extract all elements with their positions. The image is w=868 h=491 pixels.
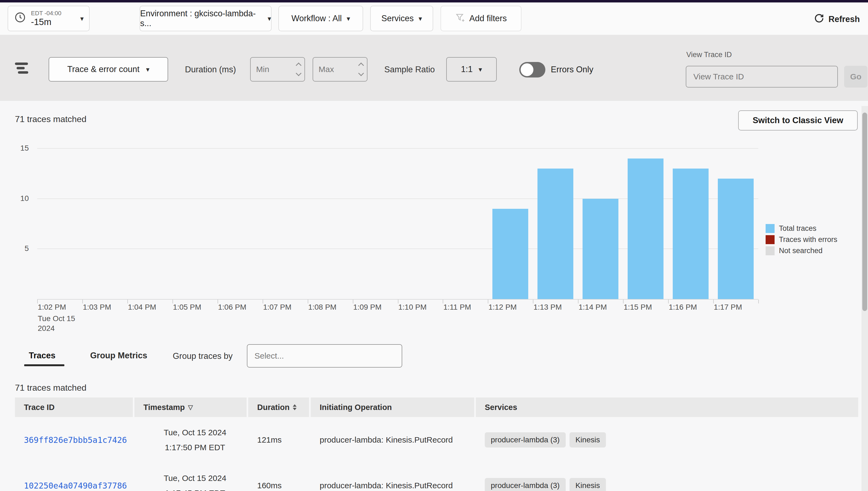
chevron-down-icon: ▾ <box>418 15 422 22</box>
chevron-down-icon: ▾ <box>346 15 350 22</box>
trace-id-link[interactable]: 102250e4a07490af37786 <box>24 481 127 490</box>
table-row: 102250e4a07490af37786 Tue, Oct 15 2024 1… <box>15 463 858 491</box>
sample-ratio-value: 1:1 <box>461 64 472 74</box>
services-cell: producer-lambda (3) Kinesis <box>476 417 858 463</box>
y-gridline <box>37 148 758 149</box>
duration-min-input[interactable] <box>251 58 294 81</box>
scrollbar-thumb[interactable] <box>862 113 867 311</box>
duration-cell: 160ms <box>248 463 309 491</box>
add-filters-button[interactable]: Add filters <box>440 6 522 31</box>
legend-swatch <box>766 235 775 244</box>
x-axis-label: 1:13 PM <box>533 303 562 312</box>
metric-type-label: Trace & error count <box>67 64 140 74</box>
refresh-label: Refresh <box>829 15 860 24</box>
x-axis-tick <box>262 299 263 304</box>
legend-swatch <box>766 246 775 255</box>
legend-label: Total traces <box>779 224 816 233</box>
initiating-operation-cell: producer-lambda: Kinesis.PutRecord <box>311 417 474 463</box>
x-axis-label: 1:10 PM <box>398 303 427 312</box>
x-axis-tick <box>353 299 353 304</box>
environment-filter-label: Environment : gkcisco-lambda-s... <box>140 9 262 28</box>
time-range-picker[interactable]: EDT -04:00 -15m ▾ <box>8 6 90 31</box>
x-axis-tick <box>578 299 579 304</box>
x-axis-tick <box>37 299 38 304</box>
workflow-filter[interactable]: Workflow : All ▾ <box>278 6 363 31</box>
initiating-operation-cell: producer-lambda: Kinesis.PutRecord <box>311 463 474 491</box>
service-badge[interactable]: producer-lambda (3) <box>485 478 566 491</box>
column-header-services[interactable]: Services <box>476 398 858 417</box>
view-trace-id-label: View Trace ID <box>686 51 732 59</box>
x-axis-label: 1:15 PM <box>624 303 652 312</box>
y-gridline <box>37 249 758 249</box>
chart-bar <box>492 209 528 299</box>
metric-type-dropdown[interactable]: Trace & error count ▾ <box>49 57 168 82</box>
column-header-duration[interactable]: Duration <box>248 398 309 417</box>
services-filter[interactable]: Services ▾ <box>370 6 433 31</box>
sample-ratio-dropdown[interactable]: 1:1 ▾ <box>446 57 497 82</box>
x-axis-tick <box>758 299 759 304</box>
stepper-arrows-icon[interactable] <box>359 58 363 81</box>
service-badge[interactable]: Kinesis <box>569 478 606 491</box>
x-axis-tick <box>218 299 218 304</box>
scrollbar[interactable] <box>862 106 868 491</box>
x-axis-label: 1:11 PM <box>443 303 471 312</box>
stepper-arrows-icon[interactable] <box>297 58 301 81</box>
chevron-down-icon: ▾ <box>478 66 482 73</box>
duration-min-stepper[interactable] <box>250 57 305 82</box>
x-axis-tick <box>533 299 533 304</box>
timestamp-cell: Tue, Oct 15 2024 1:17:50 PM EDT <box>134 417 247 463</box>
x-axis-label: 1:03 PM <box>83 303 111 312</box>
switch-to-classic-view-button[interactable]: Switch to Classic View <box>738 110 858 131</box>
table-traces-matched-count: 71 traces matched <box>15 383 86 393</box>
legend-label: Traces with errors <box>779 235 837 244</box>
chevron-down-icon: ▾ <box>268 15 271 22</box>
x-axis-tick <box>173 299 173 304</box>
x-axis-label: 1:07 PM <box>263 303 291 312</box>
top-accent-strip <box>0 0 868 2</box>
duration-max-input[interactable] <box>313 58 356 81</box>
chart-settings-icon[interactable] <box>15 62 31 74</box>
x-axis-tick <box>398 299 398 304</box>
go-button[interactable]: Go <box>844 66 867 88</box>
environment-filter[interactable]: Environment : gkcisco-lambda-s... ▾ <box>140 6 272 31</box>
workflow-filter-label: Workflow : All <box>291 13 342 23</box>
x-axis-label: 1:05 PM <box>173 303 201 312</box>
traces-table: Trace ID Timestamp ▽ Duration Initiating… <box>15 398 858 491</box>
x-axis-tick <box>623 299 624 304</box>
sort-both-icon <box>293 404 297 410</box>
services-filter-label: Services <box>381 13 414 23</box>
chevron-down-icon: ▾ <box>80 15 84 22</box>
chart-controls-bar: Trace & error count ▾ Duration (ms) Samp… <box>0 35 868 101</box>
service-badge[interactable]: producer-lambda (3) <box>485 432 566 447</box>
errors-only-label: Errors Only <box>551 65 593 75</box>
group-traces-by-input[interactable] <box>247 345 402 367</box>
y-gridline <box>37 199 758 199</box>
duration-label: Duration (ms) <box>185 65 236 75</box>
view-trace-id-input[interactable] <box>686 66 838 88</box>
x-axis-tick <box>488 299 488 304</box>
x-axis-label: 1:08 PM <box>308 303 337 312</box>
chart-legend: Total tracesTraces with errorsNot search… <box>766 224 837 255</box>
filter-plus-icon <box>455 12 465 25</box>
duration-cell: 121ms <box>248 417 309 463</box>
trace-id-link[interactable]: 369ff826e7bbb5a1c7426 <box>24 435 127 445</box>
refresh-button[interactable]: Refresh <box>814 12 860 26</box>
column-header-initiating-operation[interactable]: Initiating Operation <box>311 398 474 417</box>
tab-group-metrics[interactable]: Group Metrics <box>90 351 147 360</box>
errors-only-toggle[interactable] <box>519 62 545 78</box>
group-traces-by-select[interactable] <box>247 344 402 368</box>
x-axis-date-line2: 2024 <box>38 324 55 333</box>
chart-bar <box>718 179 754 299</box>
tab-traces[interactable]: Traces <box>29 351 55 360</box>
sort-desc-icon: ▽ <box>188 404 193 411</box>
traces-matched-count: 71 traces matched <box>15 114 86 124</box>
service-badge[interactable]: Kinesis <box>569 432 606 447</box>
x-axis-tick <box>713 299 714 304</box>
y-axis-label: 10 <box>8 194 29 203</box>
column-header-trace-id[interactable]: Trace ID <box>15 398 133 417</box>
duration-max-stepper[interactable] <box>313 57 368 82</box>
x-axis-date-line1: Tue Oct 15 <box>38 314 75 323</box>
refresh-icon <box>814 13 824 26</box>
x-axis-label: 1:14 PM <box>579 303 607 312</box>
column-header-timestamp[interactable]: Timestamp ▽ <box>134 398 247 417</box>
